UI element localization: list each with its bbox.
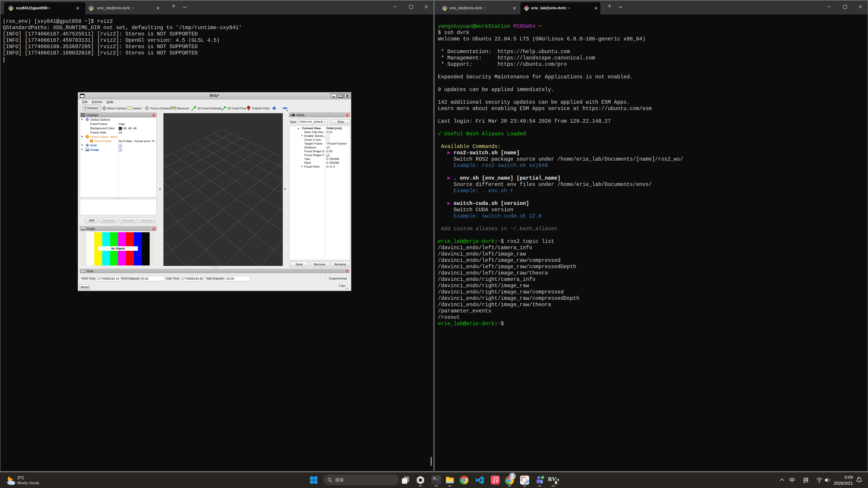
svg-text:T: T <box>537 480 539 484</box>
